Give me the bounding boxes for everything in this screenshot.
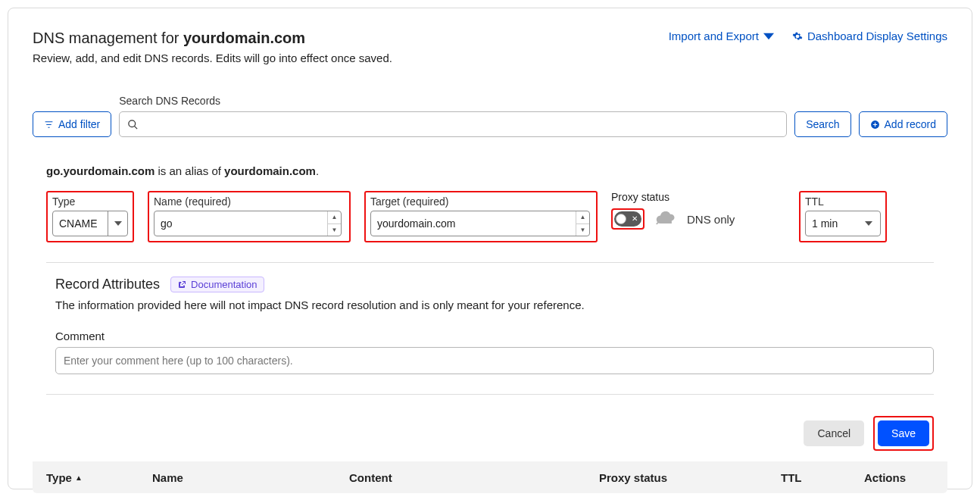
import-export-link[interactable]: Import and Export — [669, 30, 774, 42]
add-filter-button[interactable]: Add filter — [33, 111, 111, 137]
th-name[interactable]: Name — [152, 471, 349, 484]
comment-placeholder: Enter your comment here (up to 100 chara… — [64, 355, 293, 367]
cloud-icon — [655, 211, 676, 227]
search-row: Add filter Search DNS Records Search Add… — [33, 95, 947, 137]
type-label: Type — [52, 195, 128, 208]
proxy-toggle-highlight: ✕ — [611, 208, 644, 230]
search-label: Search DNS Records — [119, 95, 787, 107]
name-field: Name (required) go ▲▼ — [154, 195, 345, 236]
attrs-description: The information provided here will not i… — [55, 299, 934, 311]
page-title-prefix: DNS management for — [33, 30, 183, 46]
record-fields: Type CNAME Name (required) go ▲▼ Use @ f… — [33, 191, 947, 242]
search-button[interactable]: Search — [794, 111, 850, 137]
svg-point-0 — [129, 120, 136, 127]
plus-circle-icon — [870, 120, 880, 130]
add-filter-label: Add filter — [58, 118, 100, 130]
proxy-text: DNS only — [687, 213, 735, 226]
page-title: DNS management for yourdomain.com — [33, 30, 392, 47]
type-select[interactable]: CNAME — [52, 211, 128, 236]
save-label: Save — [891, 427, 916, 439]
name-value: go — [161, 217, 173, 230]
search-input-wrap[interactable] — [119, 111, 787, 137]
search-button-label: Search — [806, 118, 839, 130]
proxy-toggle[interactable]: ✕ — [614, 211, 641, 227]
th-proxy[interactable]: Proxy status — [599, 471, 781, 484]
search-input[interactable] — [145, 118, 779, 130]
header: DNS management for yourdomain.com Review… — [33, 30, 947, 64]
divider — [46, 394, 934, 395]
type-field: Type CNAME — [52, 195, 128, 236]
toggle-knob — [616, 214, 626, 224]
type-value: CNAME — [59, 217, 98, 230]
chevron-down-icon — [108, 211, 127, 236]
ttl-select[interactable]: 1 min — [805, 211, 881, 236]
dns-management-panel: DNS management for yourdomain.com Review… — [8, 8, 972, 489]
header-actions: Import and Export Dashboard Display Sett… — [669, 30, 947, 42]
header-text-block: DNS management for yourdomain.com Review… — [33, 30, 392, 64]
th-type-label: Type — [46, 471, 72, 484]
proxy-label: Proxy status — [611, 191, 735, 203]
page-title-domain: yourdomain.com — [183, 30, 305, 46]
save-highlight: Save — [873, 416, 934, 451]
ttl-label: TTL — [805, 195, 881, 208]
record-summary-host: go.yourdomain.com — [46, 164, 154, 177]
th-actions: Actions — [864, 471, 934, 484]
chevron-down-icon — [763, 31, 774, 42]
toggle-x-icon: ✕ — [632, 215, 638, 223]
th-ttl[interactable]: TTL — [781, 471, 864, 484]
attrs-title-row: Record Attributes Documentation — [55, 277, 934, 292]
proxy-field: Proxy status ✕ DNS only — [611, 191, 735, 232]
search-icon — [127, 119, 139, 130]
target-highlight: Target (required) yourdomain.com ▲▼ — [364, 191, 598, 242]
target-value: yourdomain.com — [377, 217, 456, 230]
comment-label: Comment — [55, 330, 934, 342]
add-record-button[interactable]: Add record — [859, 111, 947, 137]
name-highlight: Name (required) go ▲▼ — [148, 191, 351, 242]
record-summary-target: yourdomain.com — [224, 164, 316, 177]
spin-arrows-icon[interactable]: ▲▼ — [576, 211, 589, 236]
ttl-highlight: TTL 1 min — [799, 191, 887, 242]
th-type[interactable]: Type ▲ — [46, 471, 152, 484]
dashboard-settings-label: Dashboard Display Settings — [807, 30, 947, 42]
record-summary-mid: is an alias of — [154, 164, 224, 177]
footer-row: Cancel Save — [33, 416, 947, 451]
target-label: Target (required) — [370, 195, 591, 208]
sort-asc-icon: ▲ — [75, 474, 83, 482]
search-group: Search DNS Records — [119, 95, 787, 137]
target-input[interactable]: yourdomain.com ▲▼ — [370, 211, 590, 236]
filter-icon — [44, 120, 54, 130]
gear-icon — [792, 31, 803, 42]
dashboard-settings-link[interactable]: Dashboard Display Settings — [792, 30, 947, 42]
external-link-icon — [177, 280, 186, 289]
name-input[interactable]: go ▲▼ — [154, 211, 342, 236]
record-summary: go.yourdomain.com is an alias of yourdom… — [33, 164, 947, 177]
import-export-label: Import and Export — [669, 30, 759, 42]
svg-line-1 — [135, 126, 138, 129]
type-highlight: Type CNAME — [46, 191, 134, 242]
save-button[interactable]: Save — [878, 420, 929, 446]
cancel-button[interactable]: Cancel — [804, 420, 864, 446]
add-record-label: Add record — [885, 118, 936, 130]
proxy-row: ✕ DNS only — [611, 206, 735, 232]
th-content[interactable]: Content — [349, 471, 599, 484]
target-field: Target (required) yourdomain.com ▲▼ — [370, 195, 591, 236]
documentation-link[interactable]: Documentation — [170, 277, 264, 292]
comment-input[interactable]: Enter your comment here (up to 100 chara… — [55, 347, 934, 374]
spin-arrows-icon[interactable]: ▲▼ — [327, 211, 341, 236]
documentation-label: Documentation — [191, 279, 257, 290]
name-label: Name (required) — [154, 195, 345, 208]
cancel-label: Cancel — [817, 427, 850, 439]
ttl-value: 1 min — [812, 217, 838, 230]
records-table-header: Type ▲ Name Content Proxy status TTL Act… — [33, 461, 947, 493]
page-subtitle: Review, add, and edit DNS records. Edits… — [33, 52, 392, 64]
chevron-down-icon — [862, 211, 875, 236]
attrs-title: Record Attributes — [55, 277, 160, 292]
ttl-field: TTL 1 min — [805, 195, 881, 236]
record-attributes: Record Attributes Documentation The info… — [33, 263, 947, 374]
